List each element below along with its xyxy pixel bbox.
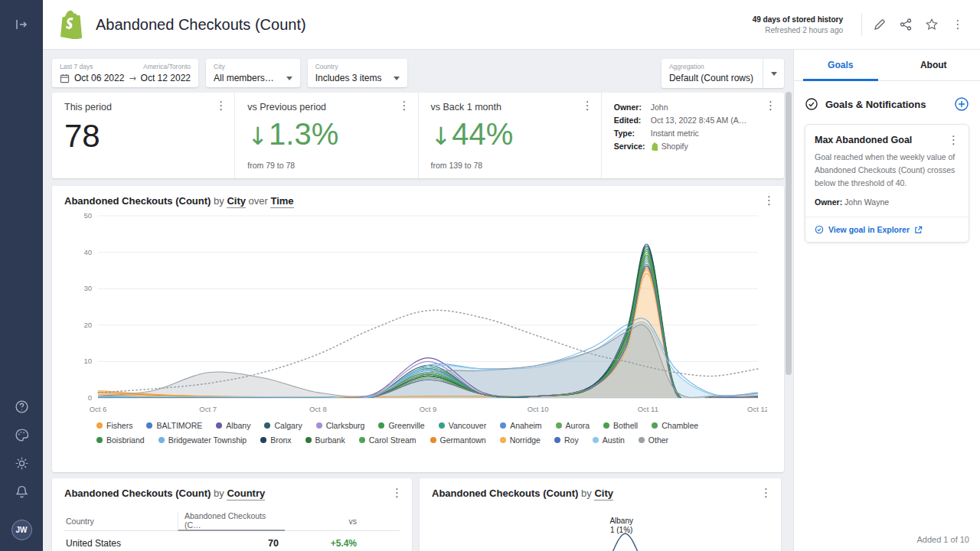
chart-title-metric: Abandoned Checkouts (Count) xyxy=(64,195,211,207)
legend-item-roy[interactable]: Roy xyxy=(554,435,579,445)
header-kebab-menu[interactable] xyxy=(945,11,971,37)
city-filter[interactable]: City All members… xyxy=(206,59,300,87)
legend-item-vancouver[interactable]: Vancouver xyxy=(439,421,486,430)
column-header-country[interactable]: Country xyxy=(64,511,178,531)
edit-pencil-icon[interactable] xyxy=(867,11,893,37)
legend-label: Greenville xyxy=(388,421,424,430)
legend-item-carol-stream[interactable]: Carol Stream xyxy=(359,435,416,445)
palette-icon[interactable] xyxy=(14,427,29,442)
by-city-chart[interactable]: Albany1 (1%) xyxy=(432,504,772,551)
legend-item-other[interactable]: Other xyxy=(639,435,668,445)
tab-goals[interactable]: Goals xyxy=(794,50,887,80)
kpi-label: This period xyxy=(64,102,222,112)
legend-item-anaheim[interactable]: Anaheim xyxy=(500,421,541,430)
chart-title-by: by xyxy=(214,487,224,499)
goal-card[interactable]: Max Abandoned Goal Goal reached when the… xyxy=(805,124,969,243)
legend-dot xyxy=(305,437,312,443)
chart-dimension-link[interactable]: Country xyxy=(227,487,265,500)
header-divider xyxy=(861,13,862,36)
panel-tabs: Goals About xyxy=(794,50,980,81)
meta-edited-label: Edited: xyxy=(614,116,651,125)
legend-label: Anaheim xyxy=(510,421,541,430)
arrow-right-icon: → xyxy=(129,73,136,83)
kpi-value: 1.3% xyxy=(269,119,338,149)
scrollbar-thumb[interactable] xyxy=(786,92,792,375)
legend-dot xyxy=(158,437,165,443)
timezone-label: America/Toronto xyxy=(143,63,191,70)
legend-item-baltimore[interactable]: BALTIMORE xyxy=(146,421,202,430)
kpi-kebab-menu[interactable] xyxy=(215,100,227,112)
legend-item-bothell[interactable]: Bothell xyxy=(603,421,638,430)
table-row: United States 70 +5.4% xyxy=(64,531,400,549)
legend-item-germantown[interactable]: Germantown xyxy=(430,435,486,445)
legend-label: Other xyxy=(648,435,668,445)
chart-dimension-link[interactable]: City xyxy=(227,195,246,208)
legend-item-burbank[interactable]: Burbank xyxy=(305,435,345,445)
expand-sidebar-icon[interactable] xyxy=(14,17,29,32)
view-goal-link-row[interactable]: View goal in Explorer xyxy=(805,217,969,242)
favorite-star-icon[interactable] xyxy=(919,11,945,37)
svg-text:0: 0 xyxy=(88,393,92,402)
goal-kebab-menu[interactable] xyxy=(948,135,959,146)
svg-text:Oct 11: Oct 11 xyxy=(638,405,658,413)
legend-dot xyxy=(652,422,658,429)
city-over-time-chart[interactable]: 01020304050Oct 6Oct 7Oct 8Oct 9Oct 10Oct… xyxy=(64,210,767,418)
down-arrow-icon: ↓ xyxy=(247,124,268,148)
svg-text:Oct 6: Oct 6 xyxy=(90,405,107,413)
aggregation-select[interactable]: Aggregation Default (Count rows) xyxy=(662,59,784,88)
legend-label: Chamblee xyxy=(662,421,698,430)
legend-item-aurora[interactable]: Aurora xyxy=(556,421,590,430)
kpi-kebab-menu[interactable] xyxy=(399,100,410,112)
kpi-kebab-menu[interactable] xyxy=(582,100,593,112)
date-range-filter[interactable]: Last 7 days America/Toronto Oct 06 2022 … xyxy=(52,59,198,87)
view-goal-link[interactable]: View goal in Explorer xyxy=(828,225,910,234)
legend-dot xyxy=(603,422,609,429)
chart-kebab-menu[interactable] xyxy=(763,195,775,207)
legend-item-clarksburg[interactable]: Clarksburg xyxy=(316,421,365,430)
column-header-vs[interactable]: vs xyxy=(285,511,400,531)
add-goal-button[interactable] xyxy=(954,96,969,112)
page-title: Abandoned Checkouts (Count) xyxy=(96,16,306,34)
page-header: Abandoned Checkouts (Count) 49 days of s… xyxy=(43,0,980,50)
meta-type-value: Instant metric xyxy=(651,129,699,138)
legend-label: Burbank xyxy=(315,435,345,445)
chart-kebab-menu[interactable] xyxy=(760,487,772,499)
legend-dot xyxy=(554,437,560,443)
chart-kebab-menu[interactable] xyxy=(391,487,403,499)
chart-card-title: Abandoned Checkouts (Count) by City over… xyxy=(64,195,772,207)
legend-item-boisbriand[interactable]: Boisbriand xyxy=(96,435,145,445)
legend-label: Bronx xyxy=(270,435,291,445)
legend-item-norridge[interactable]: Norridge xyxy=(500,435,541,445)
kpi-kebab-menu[interactable] xyxy=(765,100,776,112)
legend-item-bridgewater-township[interactable]: Bridgewater Township xyxy=(158,435,247,445)
notifications-bell-icon[interactable] xyxy=(14,484,29,499)
user-avatar[interactable]: JW xyxy=(11,520,32,540)
chart-time-link[interactable]: Time xyxy=(270,195,293,208)
bottom-card-row: Abandoned Checkouts (Count) by Country C… xyxy=(52,478,784,551)
kpi-value: 44% xyxy=(452,119,513,149)
legend-label: Bridgewater Township xyxy=(168,435,247,445)
app-root: JW Abandoned Checkouts (Count) 49 days o… xyxy=(0,0,980,551)
help-icon[interactable] xyxy=(14,399,29,414)
share-icon[interactable] xyxy=(893,11,919,37)
legend-dot xyxy=(556,422,562,429)
aggregation-chevron[interactable] xyxy=(763,59,784,88)
chart-dimension-link[interactable]: City xyxy=(594,487,613,500)
column-header-value[interactable]: Abandoned Checkouts (C… xyxy=(178,511,285,531)
legend-item-fishers[interactable]: Fishers xyxy=(96,421,132,430)
city-over-time-card: Abandoned Checkouts (Count) by City over… xyxy=(52,186,784,472)
legend-item-calgary[interactable]: Calgary xyxy=(264,421,302,430)
meta-service-value: Shopify xyxy=(662,142,688,151)
settings-gear-icon[interactable] xyxy=(14,455,29,471)
tab-about[interactable]: About xyxy=(887,50,980,80)
legend-dot xyxy=(260,437,266,443)
svg-text:Oct 12: Oct 12 xyxy=(747,405,767,413)
legend-item-chamblee[interactable]: Chamblee xyxy=(652,421,698,430)
chevron-down-icon xyxy=(286,77,292,80)
country-filter[interactable]: Country Includes 3 items xyxy=(308,59,408,87)
legend-item-greenville[interactable]: Greenville xyxy=(378,421,424,430)
legend-item-bronx[interactable]: Bronx xyxy=(260,435,291,445)
svg-text:20: 20 xyxy=(83,321,92,329)
legend-item-austin[interactable]: Austin xyxy=(593,435,625,445)
legend-item-albany[interactable]: Albany xyxy=(216,421,250,430)
